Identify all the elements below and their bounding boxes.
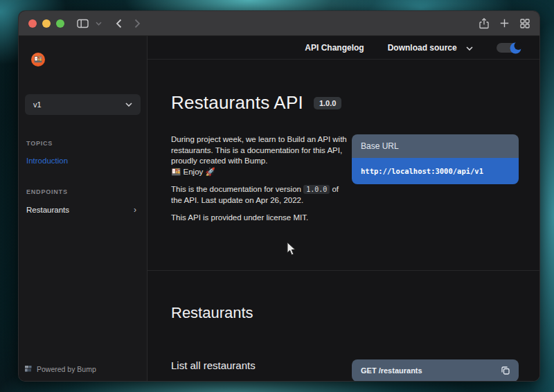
introduction-section: Restaurants API 1.0.0 During project wee… xyxy=(148,60,539,271)
sidebar-toggle-icon[interactable] xyxy=(77,19,89,28)
powered-by-bump[interactable]: Powered by Bump xyxy=(25,365,96,373)
api-logo[interactable]: 🍱 xyxy=(31,53,45,66)
operation-title: List all restaurants xyxy=(171,359,256,371)
introduction-text: During project week, we learn to Build a… xyxy=(171,134,350,224)
restaurants-section: Restaurants List all restaurants GET /re… xyxy=(148,271,539,382)
back-button[interactable] xyxy=(116,19,122,28)
moon-icon xyxy=(509,42,522,55)
new-tab-icon[interactable] xyxy=(500,19,509,28)
sidebar-item-label: Restaurants xyxy=(26,206,69,214)
api-logo-emoji: 🍱 xyxy=(34,56,42,63)
forward-button[interactable] xyxy=(134,19,141,28)
intro-p2-before: This is the documentation for version xyxy=(171,185,303,193)
copy-icon[interactable] xyxy=(501,366,510,375)
base-url-value[interactable]: http://localhost:3000/api/v1 xyxy=(352,158,519,184)
section-title: Restaurants xyxy=(171,304,519,322)
api-changelog-link[interactable]: API Changelog xyxy=(305,43,364,53)
base-url-card: Base URL http://localhost:3000/api/v1 xyxy=(352,134,519,184)
intro-emoji-line: 🍱 Enjoy 🚀 xyxy=(171,168,215,176)
version-selector-value: v1 xyxy=(33,100,42,109)
mouse-cursor xyxy=(287,242,296,256)
docs-sidebar: 🍱 v1 TOPICS Introduction ENDPOINTS Resta… xyxy=(19,36,148,382)
docs-header: API Changelog Download source xyxy=(148,36,539,60)
docs-main: API Changelog Download source xyxy=(148,36,539,382)
base-url-label: Base URL xyxy=(352,134,519,158)
version-badge: 1.0.0 xyxy=(314,97,341,109)
version-selector[interactable]: v1 xyxy=(25,94,141,115)
browser-titlebar xyxy=(19,11,539,36)
dark-mode-toggle[interactable] xyxy=(497,43,520,53)
close-window-button[interactable] xyxy=(28,19,37,28)
zoom-window-button[interactable] xyxy=(56,19,64,28)
chevron-down-icon[interactable] xyxy=(96,21,102,26)
sidebar-item-restaurants[interactable]: Restaurants › xyxy=(26,205,141,215)
download-source-label: Download source xyxy=(388,43,457,53)
endpoint-method-path: GET /restaurants xyxy=(361,366,422,375)
page-title: Restaurants API xyxy=(171,92,303,114)
intro-paragraph-1: During project week, we learn to Build a… xyxy=(171,135,347,165)
chevron-down-icon xyxy=(125,103,132,107)
sidebar-item-introduction[interactable]: Introduction xyxy=(26,157,141,165)
download-source-dropdown[interactable]: Download source xyxy=(388,43,473,53)
topics-section-label: TOPICS xyxy=(26,140,141,147)
traffic-lights xyxy=(28,19,64,28)
chevron-down-icon xyxy=(466,45,473,52)
tab-overview-icon[interactable] xyxy=(520,19,530,28)
bump-logo-icon xyxy=(25,366,33,373)
minimize-window-button[interactable] xyxy=(42,19,51,28)
endpoints-section-label: ENDPOINTS xyxy=(26,188,141,195)
intro-paragraph-3: This API is provided under license MIT. xyxy=(171,213,350,224)
chevron-right-icon: › xyxy=(134,205,136,215)
share-icon[interactable] xyxy=(479,18,489,29)
powered-by-label: Powered by Bump xyxy=(37,365,96,373)
endpoint-badge-card[interactable]: GET /restaurants xyxy=(352,359,519,382)
inline-version-code: 1.0.0 xyxy=(303,185,330,194)
browser-window: 🍱 v1 TOPICS Introduction ENDPOINTS Resta… xyxy=(18,10,540,382)
intro-paragraph-2: This is the documentation for version 1.… xyxy=(171,184,350,206)
